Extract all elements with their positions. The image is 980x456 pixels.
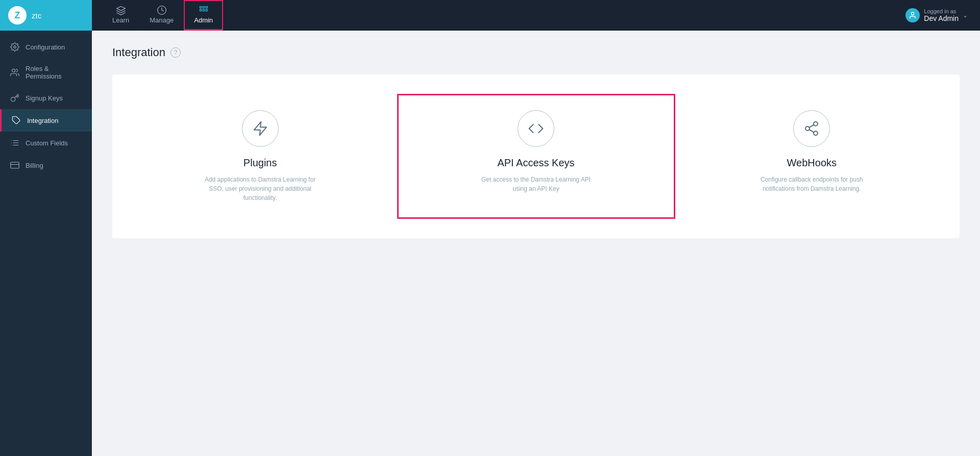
brand-avatar: Z — [8, 6, 27, 24]
nav-item-manage[interactable]: Manage — [139, 0, 184, 31]
card-webhooks[interactable]: WebHooks Configure callback endpoints fo… — [674, 95, 949, 218]
svg-rect-4 — [200, 9, 201, 11]
svg-point-7 — [912, 12, 914, 15]
api-card-title: API Access Keys — [497, 157, 574, 169]
sidebar-item-integration[interactable]: Integration — [0, 109, 92, 132]
svg-rect-2 — [203, 7, 204, 8]
nav-learn-label: Learn — [112, 16, 129, 24]
nav-manage-label: Manage — [150, 16, 174, 24]
svg-rect-1 — [200, 7, 201, 8]
sidebar: Configuration Roles & Permissions Signup… — [0, 31, 92, 456]
sidebar-integration-label: Integration — [27, 117, 58, 124]
brand-name: ztc — [32, 11, 41, 20]
nav-right-area: Logged in as Dev Admin ⌄ — [905, 8, 980, 22]
page-title: Integration — [112, 46, 165, 59]
sidebar-item-signup-keys[interactable]: Signup Keys — [0, 87, 92, 109]
svg-point-8 — [14, 46, 16, 48]
main-layout: Configuration Roles & Permissions Signup… — [0, 31, 980, 456]
api-card-desc: Get access to the Damstra Learning API u… — [480, 175, 592, 193]
nav-items: Learn Manage Admin — [92, 0, 905, 31]
api-icon-circle — [518, 110, 554, 147]
card-api-access-keys[interactable]: API Access Keys Get access to the Damstr… — [398, 95, 674, 218]
sidebar-billing-label: Billing — [26, 162, 43, 169]
svg-point-21 — [814, 131, 818, 135]
user-info: Logged in as Dev Admin — [924, 8, 959, 22]
help-icon[interactable]: ? — [170, 47, 181, 58]
sidebar-item-configuration[interactable]: Configuration — [0, 36, 92, 58]
svg-rect-6 — [206, 9, 207, 11]
webhook-icon-circle — [793, 110, 830, 147]
svg-rect-5 — [203, 9, 204, 11]
nav-admin-label: Admin — [194, 16, 213, 24]
cards-container: Plugins Add applications to Damstra Lear… — [112, 74, 960, 238]
sidebar-item-custom-fields[interactable]: Custom Fields — [0, 132, 92, 154]
sidebar-item-roles-permissions[interactable]: Roles & Permissions — [0, 58, 92, 87]
svg-rect-3 — [206, 7, 207, 8]
sidebar-custom-fields-label: Custom Fields — [26, 139, 68, 147]
sidebar-signup-keys-label: Signup Keys — [26, 94, 63, 102]
nav-item-admin[interactable]: Admin — [184, 0, 223, 31]
user-name-label: Dev Admin — [924, 14, 959, 22]
sidebar-configuration-label: Configuration — [26, 43, 65, 51]
svg-point-20 — [805, 126, 810, 131]
svg-point-19 — [814, 122, 818, 126]
brand-area: Z ztc — [0, 0, 92, 31]
sidebar-item-billing[interactable]: Billing — [0, 154, 92, 176]
plugin-icon-circle — [242, 110, 279, 147]
webhooks-card-desc: Configure callback endpoints for push no… — [755, 175, 868, 193]
sidebar-roles-label: Roles & Permissions — [26, 65, 82, 80]
webhooks-card-title: WebHooks — [787, 157, 837, 169]
logged-as-label: Logged in as — [924, 8, 959, 14]
svg-line-22 — [810, 130, 814, 132]
user-avatar-icon — [905, 8, 920, 22]
page-header: Integration ? — [112, 46, 960, 59]
nav-item-learn[interactable]: Learn — [102, 0, 139, 31]
svg-point-9 — [12, 69, 15, 72]
content-area: Integration ? Plugins Add applications t… — [92, 31, 980, 456]
card-plugins[interactable]: Plugins Add applications to Damstra Lear… — [122, 95, 398, 218]
top-nav: Z ztc Learn Manage Admin Logged in as De… — [0, 0, 980, 31]
plugins-card-title: Plugins — [243, 157, 277, 169]
svg-rect-17 — [11, 162, 19, 168]
user-menu-chevron[interactable]: ⌄ — [963, 12, 968, 19]
svg-line-23 — [810, 125, 814, 128]
plugins-card-desc: Add applications to Damstra Learning for… — [204, 175, 316, 202]
